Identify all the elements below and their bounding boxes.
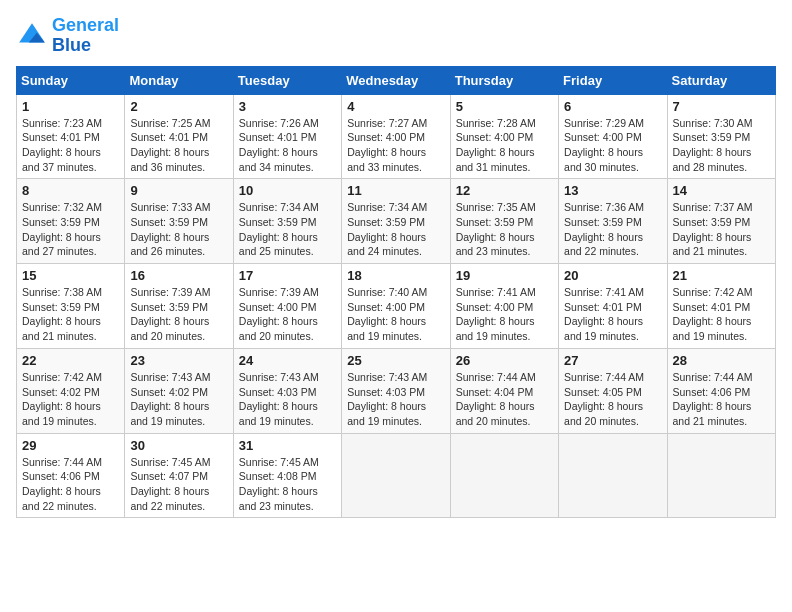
calendar-week-2: 8Sunrise: 7:32 AMSunset: 3:59 PMDaylight… bbox=[17, 179, 776, 264]
day-info: Sunrise: 7:27 AMSunset: 4:00 PMDaylight:… bbox=[347, 116, 444, 175]
day-info: Sunrise: 7:41 AMSunset: 4:01 PMDaylight:… bbox=[564, 285, 661, 344]
calendar-cell: 5Sunrise: 7:28 AMSunset: 4:00 PMDaylight… bbox=[450, 94, 558, 179]
calendar-cell: 21Sunrise: 7:42 AMSunset: 4:01 PMDayligh… bbox=[667, 264, 775, 349]
day-number: 7 bbox=[673, 99, 770, 114]
logo-text: General Blue bbox=[52, 16, 119, 56]
day-info: Sunrise: 7:43 AMSunset: 4:03 PMDaylight:… bbox=[239, 370, 336, 429]
calendar-cell: 22Sunrise: 7:42 AMSunset: 4:02 PMDayligh… bbox=[17, 348, 125, 433]
calendar-table: SundayMondayTuesdayWednesdayThursdayFrid… bbox=[16, 66, 776, 519]
calendar-cell: 3Sunrise: 7:26 AMSunset: 4:01 PMDaylight… bbox=[233, 94, 341, 179]
calendar-cell: 13Sunrise: 7:36 AMSunset: 3:59 PMDayligh… bbox=[559, 179, 667, 264]
day-number: 14 bbox=[673, 183, 770, 198]
day-number: 31 bbox=[239, 438, 336, 453]
day-number: 3 bbox=[239, 99, 336, 114]
weekday-header-row: SundayMondayTuesdayWednesdayThursdayFrid… bbox=[17, 66, 776, 94]
day-info: Sunrise: 7:45 AMSunset: 4:08 PMDaylight:… bbox=[239, 455, 336, 514]
page-header: General Blue bbox=[16, 16, 776, 56]
day-number: 10 bbox=[239, 183, 336, 198]
calendar-week-1: 1Sunrise: 7:23 AMSunset: 4:01 PMDaylight… bbox=[17, 94, 776, 179]
day-info: Sunrise: 7:26 AMSunset: 4:01 PMDaylight:… bbox=[239, 116, 336, 175]
day-number: 6 bbox=[564, 99, 661, 114]
calendar-cell: 6Sunrise: 7:29 AMSunset: 4:00 PMDaylight… bbox=[559, 94, 667, 179]
weekday-header-sunday: Sunday bbox=[17, 66, 125, 94]
day-number: 20 bbox=[564, 268, 661, 283]
calendar-cell: 2Sunrise: 7:25 AMSunset: 4:01 PMDaylight… bbox=[125, 94, 233, 179]
calendar-cell: 24Sunrise: 7:43 AMSunset: 4:03 PMDayligh… bbox=[233, 348, 341, 433]
calendar-week-3: 15Sunrise: 7:38 AMSunset: 3:59 PMDayligh… bbox=[17, 264, 776, 349]
day-number: 17 bbox=[239, 268, 336, 283]
day-info: Sunrise: 7:39 AMSunset: 3:59 PMDaylight:… bbox=[130, 285, 227, 344]
calendar-cell: 30Sunrise: 7:45 AMSunset: 4:07 PMDayligh… bbox=[125, 433, 233, 518]
day-number: 26 bbox=[456, 353, 553, 368]
day-number: 18 bbox=[347, 268, 444, 283]
calendar-cell: 29Sunrise: 7:44 AMSunset: 4:06 PMDayligh… bbox=[17, 433, 125, 518]
day-number: 24 bbox=[239, 353, 336, 368]
calendar-cell: 27Sunrise: 7:44 AMSunset: 4:05 PMDayligh… bbox=[559, 348, 667, 433]
calendar-week-4: 22Sunrise: 7:42 AMSunset: 4:02 PMDayligh… bbox=[17, 348, 776, 433]
day-info: Sunrise: 7:39 AMSunset: 4:00 PMDaylight:… bbox=[239, 285, 336, 344]
weekday-header-thursday: Thursday bbox=[450, 66, 558, 94]
day-info: Sunrise: 7:43 AMSunset: 4:03 PMDaylight:… bbox=[347, 370, 444, 429]
calendar-week-5: 29Sunrise: 7:44 AMSunset: 4:06 PMDayligh… bbox=[17, 433, 776, 518]
calendar-cell: 10Sunrise: 7:34 AMSunset: 3:59 PMDayligh… bbox=[233, 179, 341, 264]
day-info: Sunrise: 7:37 AMSunset: 3:59 PMDaylight:… bbox=[673, 200, 770, 259]
day-number: 5 bbox=[456, 99, 553, 114]
day-number: 19 bbox=[456, 268, 553, 283]
logo: General Blue bbox=[16, 16, 119, 56]
day-number: 22 bbox=[22, 353, 119, 368]
day-info: Sunrise: 7:43 AMSunset: 4:02 PMDaylight:… bbox=[130, 370, 227, 429]
day-number: 30 bbox=[130, 438, 227, 453]
calendar-cell: 17Sunrise: 7:39 AMSunset: 4:00 PMDayligh… bbox=[233, 264, 341, 349]
day-info: Sunrise: 7:34 AMSunset: 3:59 PMDaylight:… bbox=[347, 200, 444, 259]
day-number: 25 bbox=[347, 353, 444, 368]
day-number: 28 bbox=[673, 353, 770, 368]
day-info: Sunrise: 7:32 AMSunset: 3:59 PMDaylight:… bbox=[22, 200, 119, 259]
day-number: 1 bbox=[22, 99, 119, 114]
day-info: Sunrise: 7:33 AMSunset: 3:59 PMDaylight:… bbox=[130, 200, 227, 259]
day-info: Sunrise: 7:44 AMSunset: 4:05 PMDaylight:… bbox=[564, 370, 661, 429]
weekday-header-friday: Friday bbox=[559, 66, 667, 94]
day-number: 29 bbox=[22, 438, 119, 453]
day-info: Sunrise: 7:45 AMSunset: 4:07 PMDaylight:… bbox=[130, 455, 227, 514]
calendar-cell: 15Sunrise: 7:38 AMSunset: 3:59 PMDayligh… bbox=[17, 264, 125, 349]
day-number: 2 bbox=[130, 99, 227, 114]
day-number: 21 bbox=[673, 268, 770, 283]
day-info: Sunrise: 7:29 AMSunset: 4:00 PMDaylight:… bbox=[564, 116, 661, 175]
calendar-cell bbox=[667, 433, 775, 518]
calendar-cell: 26Sunrise: 7:44 AMSunset: 4:04 PMDayligh… bbox=[450, 348, 558, 433]
weekday-header-wednesday: Wednesday bbox=[342, 66, 450, 94]
day-info: Sunrise: 7:23 AMSunset: 4:01 PMDaylight:… bbox=[22, 116, 119, 175]
day-number: 13 bbox=[564, 183, 661, 198]
day-number: 12 bbox=[456, 183, 553, 198]
calendar-cell: 8Sunrise: 7:32 AMSunset: 3:59 PMDaylight… bbox=[17, 179, 125, 264]
calendar-cell: 7Sunrise: 7:30 AMSunset: 3:59 PMDaylight… bbox=[667, 94, 775, 179]
calendar-cell: 1Sunrise: 7:23 AMSunset: 4:01 PMDaylight… bbox=[17, 94, 125, 179]
calendar-cell: 16Sunrise: 7:39 AMSunset: 3:59 PMDayligh… bbox=[125, 264, 233, 349]
day-number: 8 bbox=[22, 183, 119, 198]
calendar-cell: 14Sunrise: 7:37 AMSunset: 3:59 PMDayligh… bbox=[667, 179, 775, 264]
day-info: Sunrise: 7:38 AMSunset: 3:59 PMDaylight:… bbox=[22, 285, 119, 344]
day-info: Sunrise: 7:44 AMSunset: 4:04 PMDaylight:… bbox=[456, 370, 553, 429]
calendar-cell: 25Sunrise: 7:43 AMSunset: 4:03 PMDayligh… bbox=[342, 348, 450, 433]
day-info: Sunrise: 7:44 AMSunset: 4:06 PMDaylight:… bbox=[673, 370, 770, 429]
day-info: Sunrise: 7:35 AMSunset: 3:59 PMDaylight:… bbox=[456, 200, 553, 259]
day-number: 4 bbox=[347, 99, 444, 114]
calendar-cell: 28Sunrise: 7:44 AMSunset: 4:06 PMDayligh… bbox=[667, 348, 775, 433]
calendar-cell: 31Sunrise: 7:45 AMSunset: 4:08 PMDayligh… bbox=[233, 433, 341, 518]
calendar-cell: 12Sunrise: 7:35 AMSunset: 3:59 PMDayligh… bbox=[450, 179, 558, 264]
calendar-cell: 18Sunrise: 7:40 AMSunset: 4:00 PMDayligh… bbox=[342, 264, 450, 349]
calendar-cell: 23Sunrise: 7:43 AMSunset: 4:02 PMDayligh… bbox=[125, 348, 233, 433]
day-number: 11 bbox=[347, 183, 444, 198]
day-info: Sunrise: 7:42 AMSunset: 4:02 PMDaylight:… bbox=[22, 370, 119, 429]
calendar-cell: 19Sunrise: 7:41 AMSunset: 4:00 PMDayligh… bbox=[450, 264, 558, 349]
day-number: 16 bbox=[130, 268, 227, 283]
calendar-cell bbox=[450, 433, 558, 518]
day-info: Sunrise: 7:36 AMSunset: 3:59 PMDaylight:… bbox=[564, 200, 661, 259]
day-info: Sunrise: 7:40 AMSunset: 4:00 PMDaylight:… bbox=[347, 285, 444, 344]
calendar-cell bbox=[559, 433, 667, 518]
day-info: Sunrise: 7:25 AMSunset: 4:01 PMDaylight:… bbox=[130, 116, 227, 175]
day-info: Sunrise: 7:30 AMSunset: 3:59 PMDaylight:… bbox=[673, 116, 770, 175]
logo-icon bbox=[16, 20, 48, 52]
weekday-header-saturday: Saturday bbox=[667, 66, 775, 94]
weekday-header-monday: Monday bbox=[125, 66, 233, 94]
